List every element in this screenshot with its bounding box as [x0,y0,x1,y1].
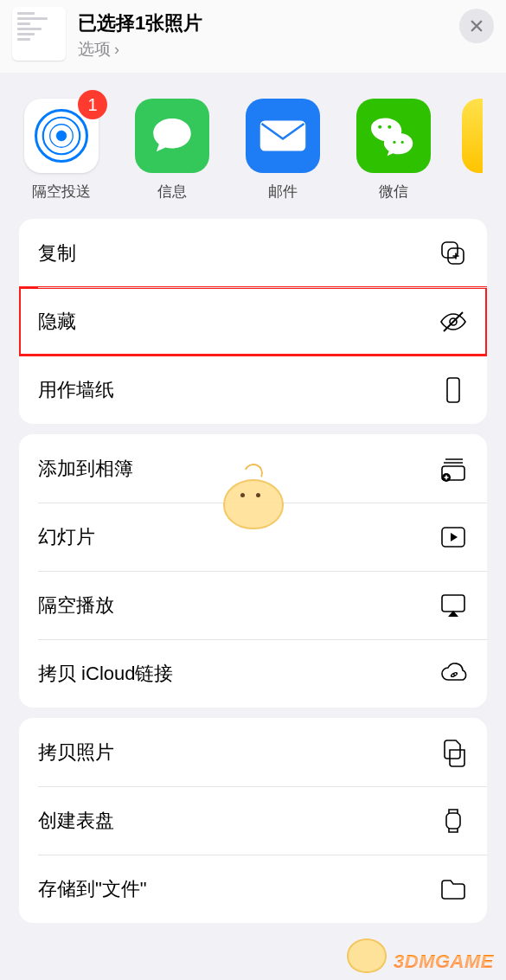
action-label: 添加到相簿 [38,456,133,482]
svg-point-2 [388,125,391,129]
mail-icon [246,99,320,173]
action-label: 用作墙纸 [38,377,114,403]
svg-point-13 [450,670,458,677]
app-wechat[interactable]: 微信 [351,99,436,202]
airplay-icon [439,591,468,620]
chevron-right-icon: › [114,41,119,59]
app-label: 微信 [379,182,408,202]
action-group-3: 拷贝照片 创建表盘 存储到"文件" [19,718,487,923]
eye-off-icon [439,307,468,336]
action-icloud-link[interactable]: 拷贝 iCloud链接 [19,639,487,708]
svg-rect-0 [260,121,306,151]
play-icon [439,522,468,552]
close-button[interactable] [459,9,494,43]
action-hide[interactable]: 隐藏 [19,287,487,355]
app-messages[interactable]: 信息 [130,99,215,202]
watermark-text: 3DMGAME [394,951,494,973]
phone-icon [439,375,468,405]
action-label: 幻灯片 [38,524,95,550]
watch-icon [439,806,468,836]
app-label: 邮件 [268,182,298,202]
action-label: 存储到"文件" [38,876,147,902]
action-label: 复制 [38,240,76,266]
share-app-row: 1 隔空投送 信息 邮件 微信 [0,73,506,219]
photo-thumbnail[interactable] [12,7,66,61]
header-title: 已选择1张照片 [78,10,447,36]
action-group-1: 复制 隐藏 用作墙纸 [19,219,487,424]
action-add-album[interactable]: 添加到相簿 [19,434,487,503]
wechat-icon [356,99,431,173]
action-save-files[interactable]: 存储到"文件" [19,855,487,923]
svg-point-14 [452,674,454,676]
airdrop-badge: 1 [78,90,107,119]
airdrop-icon: 1 [24,99,99,173]
options-link[interactable]: 选项 › [78,38,119,61]
action-wallpaper[interactable]: 用作墙纸 [19,355,487,424]
app-partial-next[interactable] [462,99,483,173]
share-header: 已选择1张照片 选项 › [0,0,506,73]
options-label: 选项 [78,38,111,61]
svg-rect-12 [442,595,464,612]
site-watermark: 3DMGAME [345,935,494,973]
app-mail[interactable]: 邮件 [240,99,325,202]
cloud-link-icon [439,659,468,689]
action-label: 拷贝 iCloud链接 [38,661,173,687]
svg-point-1 [378,125,381,129]
action-airplay[interactable]: 隔空播放 [19,571,487,639]
app-label: 信息 [157,182,187,202]
action-label: 创建表盘 [38,808,114,834]
copy-icon [439,239,468,268]
svg-rect-16 [446,813,460,829]
action-label: 拷贝照片 [38,740,114,765]
messages-icon [135,99,209,173]
action-slideshow[interactable]: 幻灯片 [19,503,487,571]
action-label: 隐藏 [38,309,76,335]
action-label: 隔空播放 [38,592,114,618]
app-label: 隔空投送 [32,182,91,202]
app-airdrop[interactable]: 1 隔空投送 [19,99,104,202]
svg-point-4 [401,141,404,144]
folder-icon [439,874,468,904]
svg-point-15 [455,673,457,675]
action-copy[interactable]: 复制 [19,219,487,287]
documents-icon [439,738,468,767]
svg-rect-8 [447,378,459,402]
action-copy-photo[interactable]: 拷贝照片 [19,718,487,786]
action-watchface[interactable]: 创建表盘 [19,786,487,855]
album-add-icon [439,454,468,484]
action-group-2: 添加到相簿 幻灯片 隔空播放 拷贝 iCloud链接 [19,434,487,708]
close-icon [469,18,484,34]
svg-point-3 [393,141,395,144]
